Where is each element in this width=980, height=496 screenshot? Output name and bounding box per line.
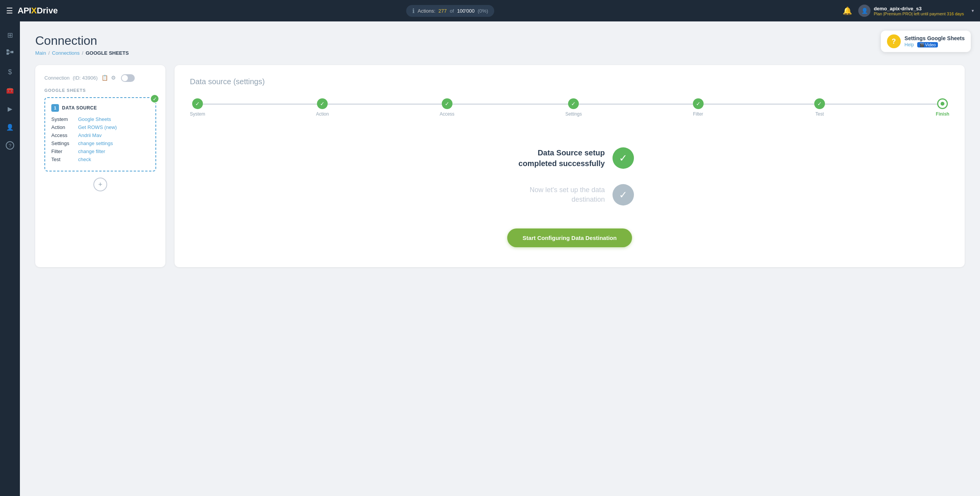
table-row: Filter change filter bbox=[51, 148, 149, 154]
logo-api-text: API bbox=[18, 6, 31, 16]
toggle-switch[interactable] bbox=[121, 74, 135, 82]
breadcrumb-main[interactable]: Main bbox=[35, 50, 46, 56]
table-row: Settings change settings bbox=[51, 140, 149, 146]
breadcrumb-sep1: / bbox=[48, 50, 50, 56]
step-circle-action: ✓ bbox=[317, 98, 328, 109]
top-navigation: ☰ APIXDrive ℹ Actions: 277 of 100'000 (0… bbox=[0, 0, 980, 21]
source-table: System Google Sheets Action Get ROWS (ne… bbox=[51, 116, 149, 162]
pending-text: Now let's set up the data destination bbox=[505, 185, 605, 204]
step-circle-finish bbox=[937, 98, 948, 109]
success-row-pending: Now let's set up the data destination ✓ bbox=[505, 184, 634, 206]
row-val-system[interactable]: Google Sheets bbox=[78, 116, 111, 122]
source-title: DATA SOURCE bbox=[62, 105, 97, 111]
step-circle-access: ✓ bbox=[442, 98, 452, 109]
step-filter: ✓ Filter bbox=[693, 98, 704, 117]
help-badge: ? Settings Google Sheets Help 🎬 Video bbox=[881, 31, 971, 52]
notifications-icon[interactable]: 🔔 bbox=[843, 6, 852, 15]
actions-count: 277 bbox=[438, 8, 447, 14]
step-label-settings: Settings bbox=[565, 111, 582, 117]
step-test: ✓ Test bbox=[814, 98, 825, 117]
step-system: ✓ System bbox=[190, 98, 205, 117]
step-label-access: Access bbox=[439, 111, 454, 117]
briefcase-icon: 🧰 bbox=[6, 87, 14, 94]
user-info: 👤 demo_apix-drive_s3 Plan |Premium PRO| … bbox=[858, 5, 964, 17]
step-circle-settings: ✓ bbox=[568, 98, 579, 109]
row-key-system: System bbox=[51, 116, 78, 122]
page-header: Connection Main / Connections / GOOGLE S… bbox=[35, 34, 965, 56]
table-row: Access Andrii Mav bbox=[51, 132, 149, 138]
dollar-icon: $ bbox=[8, 68, 12, 76]
actions-pct: (0%) bbox=[478, 8, 488, 14]
row-val-settings[interactable]: change settings bbox=[78, 140, 113, 146]
sidebar-item-billing[interactable]: $ bbox=[2, 64, 18, 80]
sidebar-item-play[interactable]: ▶ bbox=[2, 101, 18, 116]
step-label-filter: Filter bbox=[693, 111, 703, 117]
actions-badge: ℹ Actions: 277 of 100'000 (0%) bbox=[406, 5, 494, 17]
sidebar-item-user[interactable]: 👤 bbox=[2, 119, 18, 135]
svg-rect-1 bbox=[7, 52, 9, 55]
table-row: System Google Sheets bbox=[51, 116, 149, 122]
sidebar-item-home[interactable]: ⊞ bbox=[2, 28, 18, 43]
google-sheets-label: GOOGLE SHEETS bbox=[44, 88, 156, 93]
row-val-action[interactable]: Get ROWS (new) bbox=[78, 124, 117, 130]
add-source-button[interactable]: + bbox=[93, 178, 107, 191]
help-title: Settings Google Sheets bbox=[905, 35, 965, 41]
steps-row: ✓ System ✓ Action ✓ Access ✓ Settings ✓ bbox=[190, 98, 949, 117]
right-panel: Data source (settings) ✓ System ✓ Action… bbox=[175, 65, 965, 267]
menu-icon[interactable]: ☰ bbox=[6, 6, 13, 15]
left-panel: Connection (ID: 43906) 📋 ⚙ GOOGLE SHEETS… bbox=[35, 65, 165, 267]
user-icon: 👤 bbox=[6, 124, 14, 131]
source-card: 1 DATA SOURCE ✓ System Google Sheets Act… bbox=[44, 97, 156, 171]
row-val-access[interactable]: Andrii Mav bbox=[78, 132, 101, 138]
row-key-test: Test bbox=[51, 157, 78, 162]
user-plan: Plan |Premium PRO| left until payment 31… bbox=[874, 11, 964, 16]
row-val-filter[interactable]: change filter bbox=[78, 148, 105, 154]
copy-icon[interactable]: 📋 bbox=[101, 75, 108, 81]
logo-x-text: X bbox=[31, 6, 37, 16]
svg-rect-2 bbox=[11, 51, 13, 53]
step-label-finish: Finish bbox=[936, 111, 949, 117]
breadcrumb-connections[interactable]: Connections bbox=[52, 50, 80, 56]
success-row-done: Data Source setup completed successfully… bbox=[505, 147, 634, 169]
user-name: demo_apix-drive_s3 bbox=[874, 6, 964, 11]
step-label-system: System bbox=[190, 111, 205, 117]
sidebar-item-flows[interactable] bbox=[2, 46, 18, 61]
play-icon: ▶ bbox=[8, 105, 12, 113]
step-finish: Finish bbox=[936, 98, 949, 117]
home-icon: ⊞ bbox=[7, 31, 13, 39]
svg-line-3 bbox=[9, 51, 11, 52]
main-content: Connection Main / Connections / GOOGLE S… bbox=[20, 21, 980, 496]
breadcrumb: Main / Connections / GOOGLE SHEETS bbox=[35, 50, 965, 56]
panels-row: Connection (ID: 43906) 📋 ⚙ GOOGLE SHEETS… bbox=[35, 65, 965, 267]
start-configuring-button[interactable]: Start Configuring Data Destination bbox=[507, 228, 632, 247]
question-icon: ? bbox=[6, 141, 14, 150]
sidebar-item-help[interactable]: ? bbox=[2, 138, 18, 153]
success-area: Data Source setup completed successfully… bbox=[190, 140, 949, 255]
video-badge[interactable]: 🎬 Video bbox=[917, 42, 938, 47]
actions-label: Actions: bbox=[418, 8, 435, 14]
help-link[interactable]: Help bbox=[905, 42, 914, 47]
panel-header: Connection (ID: 43906) 📋 ⚙ bbox=[44, 74, 156, 82]
step-circle-system: ✓ bbox=[192, 98, 203, 109]
step-settings: ✓ Settings bbox=[565, 98, 582, 117]
step-label-test: Test bbox=[815, 111, 824, 117]
row-key-action: Action bbox=[51, 124, 78, 130]
source-number: 1 bbox=[51, 104, 59, 112]
sidebar-item-tools[interactable]: 🧰 bbox=[2, 83, 18, 98]
actions-total: 100'000 bbox=[457, 8, 475, 14]
breadcrumb-sep2: / bbox=[82, 50, 83, 56]
chevron-down-icon[interactable]: ▾ bbox=[972, 8, 974, 13]
info-icon: ℹ bbox=[412, 7, 415, 15]
success-icon-green: ✓ bbox=[612, 147, 634, 169]
breadcrumb-current: GOOGLE SHEETS bbox=[86, 50, 129, 56]
step-circle-test: ✓ bbox=[814, 98, 825, 109]
row-val-test[interactable]: check bbox=[78, 157, 91, 162]
success-text: Data Source setup completed successfully bbox=[505, 147, 605, 169]
svg-rect-0 bbox=[7, 49, 9, 52]
right-panel-title: Data source (settings) bbox=[190, 77, 949, 86]
help-circle-icon: ? bbox=[887, 34, 901, 48]
step-access: ✓ Access bbox=[439, 98, 454, 117]
svg-line-4 bbox=[9, 52, 11, 54]
logo: APIXDrive bbox=[18, 6, 58, 16]
settings-gear-icon[interactable]: ⚙ bbox=[111, 75, 116, 81]
